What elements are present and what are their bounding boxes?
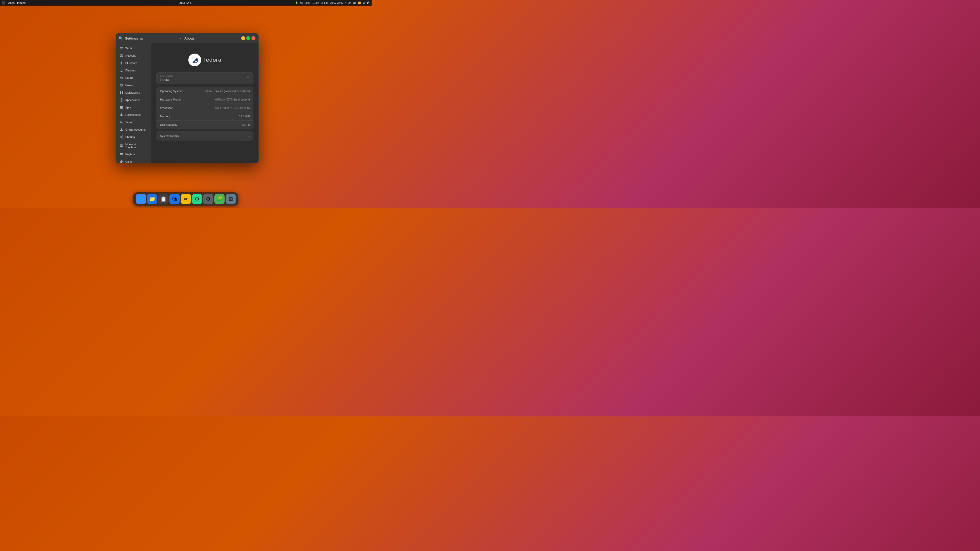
edit-device-name-button[interactable]: ✏	[246, 75, 250, 79]
sidebar-label-color: Color	[125, 160, 132, 163]
about-logo: fedora	[156, 48, 253, 73]
sidebar-label-wifi: Wi-Fi	[125, 47, 132, 50]
sidebar-icon-multitasking	[120, 91, 123, 94]
sidebar-item-apps[interactable]: Apps	[117, 104, 150, 111]
topbar-right: 🔋 2% 25% ↑0.0kB ↓8.6kB 39°C 33°C ☀ en ⌨ …	[295, 2, 369, 4]
temp2: 33°C	[337, 2, 343, 4]
fedora-brand-text: fedora	[204, 57, 221, 63]
back-icon[interactable]: ‹	[180, 36, 181, 40]
dock-icon-files[interactable]: 📁	[147, 194, 157, 204]
info-row: Hardware Model ASRock X570 Steel Legend	[156, 95, 253, 104]
dock-icon-notes[interactable]: 📋	[158, 194, 169, 204]
sidebar-icon-wifi	[120, 46, 123, 50]
dock-icon-extensions[interactable]: 🧩	[215, 194, 224, 204]
network-down: ↓8.6kB	[321, 2, 329, 4]
brightness-icon: ☀	[345, 2, 347, 4]
sidebar-label-appearance: Appearance	[125, 98, 140, 102]
info-value: Fedora Linux 40 (Workstation Edition)	[203, 89, 250, 93]
sidebar-icon-appearance	[120, 98, 123, 102]
dock-icon-store[interactable]: 🛍	[169, 194, 180, 204]
battery-icon: 🔋	[295, 2, 298, 4]
wifi-icon: 📶	[358, 2, 361, 4]
sidebar-item-wifi[interactable]: Wi-Fi	[117, 44, 150, 52]
info-row: Memory 32.0 GiB	[156, 112, 253, 121]
dock-icon-appgrid[interactable]: ⊞	[226, 194, 236, 204]
sidebar-item-network[interactable]: Network	[117, 52, 150, 59]
info-label: Disk Capacity	[160, 123, 177, 126]
sidebar-icon-network	[120, 54, 123, 57]
dock-icon-pycharm[interactable]: ⚙	[192, 194, 202, 204]
places-menu[interactable]: Places	[17, 1, 25, 4]
main-content: fedora Device Name fedora ✏ Operating Sy…	[151, 43, 259, 163]
info-value: 32.0 GiB	[239, 115, 250, 118]
info-row: Operating System Fedora Linux 40 (Workst…	[156, 87, 253, 95]
sidebar-icon-sharing	[120, 135, 123, 139]
titlebar-center: ‹ About	[180, 36, 194, 40]
device-name-content: Device Name fedora	[160, 75, 173, 82]
info-label: Operating System	[160, 89, 183, 93]
sidebar-item-sharing[interactable]: Sharing	[117, 133, 150, 141]
lang-indicator: en	[348, 2, 351, 4]
window-titlebar: 🔍 Settings ☰ ‹ About — □ ✕	[116, 33, 259, 43]
sidebar-label-sharing: Sharing	[125, 135, 135, 138]
hamburger-icon[interactable]: ☰	[140, 36, 143, 40]
topbar-datetime: Jul 3 22:47	[179, 1, 192, 4]
sidebar-item-keyboard[interactable]: Keyboard	[117, 151, 150, 158]
sidebar-icon-search	[120, 121, 123, 124]
sidebar-item-appearance[interactable]: Appearance	[117, 97, 150, 103]
info-label: Memory	[160, 115, 170, 118]
svg-point-3	[196, 58, 197, 59]
device-name-label: Device Name	[160, 75, 173, 77]
apps-menu[interactable]: Apps	[8, 1, 14, 4]
sidebar-icon-power	[120, 83, 123, 87]
sidebar-item-online-accounts[interactable]: Online Accounts	[117, 126, 150, 133]
sidebar-label-notifications: Notifications	[125, 113, 141, 116]
fedora-svg-icon	[190, 56, 199, 64]
close-button[interactable]: ✕	[251, 36, 256, 40]
sidebar-label-multitasking: Multitasking	[125, 91, 140, 94]
sidebar-item-color[interactable]: Color	[117, 158, 150, 163]
device-name-box: Device Name fedora ✏	[156, 73, 253, 84]
sidebar-item-search[interactable]: Search	[117, 119, 150, 126]
dock-icon-tasks[interactable]: ✏	[181, 194, 191, 204]
window-body: Wi-Fi Network Bluetooth Displays Sound P…	[116, 43, 259, 163]
chevron-right-icon: ›	[248, 134, 250, 138]
search-icon[interactable]: 🔍	[119, 36, 123, 40]
device-name-value: fedora	[160, 78, 173, 82]
maximize-button[interactable]: □	[246, 36, 250, 40]
sidebar-item-notifications[interactable]: Notifications	[117, 111, 150, 118]
sidebar-item-sound[interactable]: Sound	[117, 74, 150, 81]
sidebar-item-multitasking[interactable]: Multitasking	[117, 89, 150, 96]
info-label: Processor	[160, 106, 173, 110]
sidebar-icon-mouse-touchpad	[120, 144, 123, 148]
keyboard-icon: ⌨	[353, 2, 356, 4]
sidebar-item-mouse-touchpad[interactable]: Mouse & Touchpad	[117, 141, 150, 151]
network-up: ↑0.0kB	[311, 2, 319, 4]
settings-window: 🔍 Settings ☰ ‹ About — □ ✕ Wi-Fi Network…	[116, 33, 259, 163]
sidebar-label-sound: Sound	[125, 76, 134, 79]
battery-percent: 2%	[300, 2, 303, 4]
sidebar-label-online-accounts: Online Accounts	[125, 128, 146, 131]
sidebar-item-bluetooth[interactable]: Bluetooth	[117, 59, 150, 67]
sidebar-label-search: Search	[125, 121, 134, 124]
info-value: 3.0 TB	[242, 123, 250, 126]
settings-title: Settings	[125, 37, 138, 40]
sidebar-label-apps: Apps	[125, 106, 132, 109]
system-details-row[interactable]: System Details ›	[156, 131, 253, 141]
sidebar-label-mouse-touchpad: Mouse & Touchpad	[125, 143, 147, 149]
dock-icon-settings[interactable]: ⚙	[203, 194, 213, 204]
dock-icon-chrome[interactable]: 🌐	[136, 194, 146, 204]
sidebar-item-power[interactable]: Power	[117, 82, 150, 89]
sidebar-label-bluetooth: Bluetooth	[125, 62, 137, 65]
sidebar-label-keyboard: Keyboard	[125, 153, 137, 156]
topbar: ⬛ Apps Places Jul 3 22:47 🔋 2% 25% ↑0.0k…	[0, 0, 372, 6]
sidebar-item-displays[interactable]: Displays	[117, 67, 150, 74]
volume-icon: 🔊	[363, 2, 366, 4]
minimize-button[interactable]: —	[241, 36, 245, 40]
cpu-percent: 25%	[305, 2, 310, 4]
sidebar-label-power: Power	[125, 84, 133, 87]
info-row: Disk Capacity 3.0 TB	[156, 121, 253, 129]
fedora-icon-circle	[188, 54, 201, 66]
temp1: 39°C	[330, 2, 336, 4]
activities-button[interactable]: ⬛	[2, 1, 6, 5]
